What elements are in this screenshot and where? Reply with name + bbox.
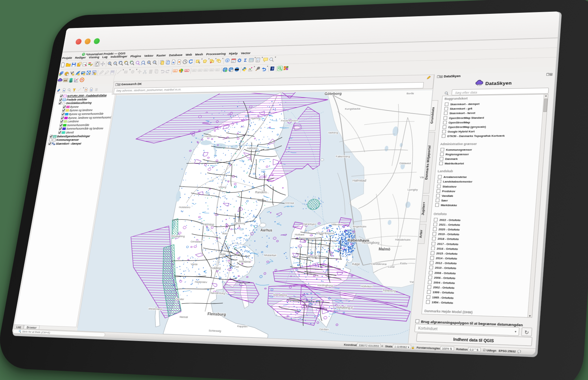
svg-text:abc: abc — [185, 69, 189, 72]
svg-text:Lund: Lund — [388, 265, 395, 268]
svg-text:Grindsted: Grindsted — [190, 240, 202, 243]
svg-text:Frederikssund: Frederikssund — [316, 231, 334, 235]
svg-text:abc: abc — [216, 69, 220, 71]
svg-text:Falkenberg: Falkenberg — [336, 155, 350, 158]
svg-text:Vejle: Vejle — [219, 252, 226, 256]
svg-text:Westerland: Westerland — [148, 307, 162, 311]
svg-text:abc: abc — [210, 69, 214, 71]
svg-text:Viborg: Viborg — [218, 186, 227, 189]
svg-text:Niebüll: Niebüll — [180, 315, 189, 319]
svg-text:Hillerød: Hillerød — [331, 223, 342, 226]
svg-text:Holbæk: Holbæk — [295, 233, 305, 236]
svg-text:Aalborg: Aalborg — [247, 146, 258, 150]
svg-text:Grenaa: Grenaa — [285, 201, 294, 204]
svg-text:Varde: Varde — [191, 263, 198, 266]
svg-text:Höllviken: Höllviken — [361, 285, 373, 288]
svg-text:Herning: Herning — [203, 222, 214, 226]
svg-text:København: København — [347, 238, 369, 243]
svg-text:abc: abc — [192, 69, 196, 72]
svg-text:Landskrona: Landskrona — [371, 262, 387, 265]
svg-text:Horsens: Horsens — [239, 260, 251, 264]
svg-text:Holstebro: Holstebro — [179, 206, 191, 208]
svg-text:Σ: Σ — [244, 58, 247, 63]
svg-text:Aarhus: Aarhus — [260, 228, 273, 232]
svg-text:Hässleholm: Hässleholm — [395, 238, 411, 241]
svg-text:Nykøbing F: Nykøbing F — [336, 305, 353, 310]
svg-text:Tønder: Tønder — [175, 297, 185, 301]
svg-text:abc: abc — [174, 70, 177, 72]
svg-text:abc: abc — [204, 69, 208, 72]
svg-text:Ikast: Ikast — [222, 232, 228, 235]
svg-text:Hanstholm: Hanstholm — [204, 135, 218, 137]
svg-text:Gislaved: Gislaved — [399, 162, 411, 164]
svg-text:Haderslev: Haderslev — [195, 280, 208, 283]
svg-text:Varberg: Varberg — [328, 131, 338, 134]
svg-text:Randers: Randers — [255, 190, 267, 194]
svg-text:abc: abc — [198, 69, 202, 72]
svg-text:Middelfart: Middelfart — [264, 254, 277, 257]
svg-text:Gedser: Gedser — [319, 327, 329, 331]
svg-text:Eslöv: Eslöv — [400, 262, 407, 265]
svg-text:Halmstad: Halmstad — [352, 179, 366, 182]
svg-text:Ljungby: Ljungby — [407, 188, 418, 191]
svg-text:Malmö: Malmö — [378, 247, 391, 251]
svg-text:Køge: Køge — [352, 262, 360, 266]
svg-text:Flensburg: Flensburg — [207, 312, 226, 317]
svg-text:Borås: Borås — [406, 92, 414, 95]
svg-text:Kolding: Kolding — [210, 266, 221, 270]
svg-text:Göteborg: Göteborg — [324, 91, 342, 96]
svg-text:Hjørring: Hjørring — [251, 117, 261, 120]
svg-text:Frederikshavn: Frederikshavn — [281, 119, 298, 122]
